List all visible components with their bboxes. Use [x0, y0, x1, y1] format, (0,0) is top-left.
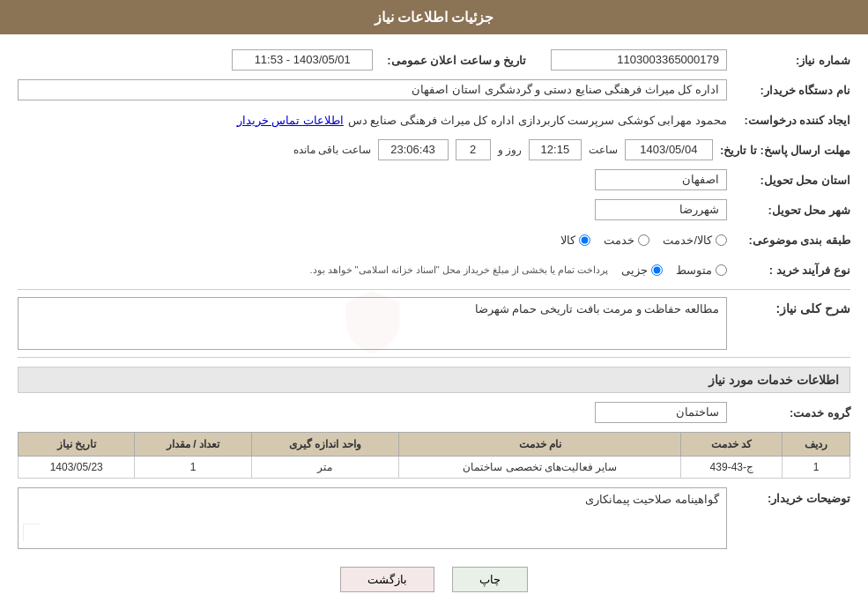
- order-number-value: 1103003365000179: [551, 49, 727, 71]
- delivery-city-value: شهررضا: [595, 199, 727, 220]
- purchase-type-radio-motavasset[interactable]: [716, 264, 727, 276]
- back-button[interactable]: بازگشت: [340, 567, 434, 592]
- service-group-row: گروه خدمت: ساختمان: [18, 400, 850, 425]
- cell-service-code: ج-43-439: [681, 457, 783, 479]
- category-label-kala: کالا: [560, 234, 575, 247]
- response-deadline-label: مهلت ارسال پاسخ: تا تاریخ:: [713, 144, 850, 157]
- purchase-type-label: نوع فرآیند خرید :: [727, 264, 850, 277]
- print-button[interactable]: چاپ: [452, 567, 528, 592]
- category-option-kala-khedmat[interactable]: کالا/خدمت: [663, 234, 727, 247]
- col-service-code: کد خدمت: [681, 433, 783, 457]
- delivery-province-row: استان محل تحویل: اصفهان: [18, 167, 850, 192]
- col-unit: واحد اندازه گیری: [251, 433, 399, 457]
- service-group-label: گروه خدمت:: [727, 406, 850, 420]
- requester-label: ایجاد کننده درخواست:: [727, 114, 850, 127]
- announcement-date-label: تاریخ و ساعت اعلان عمومی:: [380, 54, 526, 67]
- category-label-kala-khedmat: کالا/خدمت: [663, 234, 712, 247]
- response-deadline-row: مهلت ارسال پاسخ: تا تاریخ: 1403/05/04 سا…: [18, 137, 850, 162]
- cell-unit: متر: [251, 457, 399, 479]
- col-row-num: ردیف: [783, 433, 850, 457]
- purchase-type-radio-jozii[interactable]: [651, 264, 663, 276]
- requester-contact-link[interactable]: اطلاعات تماس خریدار: [237, 114, 344, 127]
- order-number-label: شماره نیاز:: [727, 54, 850, 67]
- buyer-notes-value: گواهینامه صلاحیت پیمانکاری: [585, 493, 719, 506]
- purchase-type-radio-group: متوسط جزیی: [621, 264, 727, 277]
- delivery-city-label: شهر محل تحویل:: [727, 204, 850, 217]
- purchase-type-label-motavasset: متوسط: [676, 264, 712, 277]
- page-title: جزئیات اطلاعات نیاز: [375, 10, 494, 25]
- cell-date: 1403/05/23: [19, 457, 135, 479]
- page-header: جزئیات اطلاعات نیاز: [0, 0, 868, 34]
- cell-row-num: 1: [783, 457, 850, 479]
- service-group-value: ساختمان: [595, 402, 727, 423]
- col-quantity: تعداد / مقدار: [135, 433, 251, 457]
- category-label: طبقه بندی موضوعی:: [727, 234, 850, 247]
- delivery-province-value: اصفهان: [595, 169, 727, 190]
- need-description-label: شرح کلی نیاز:: [727, 297, 850, 316]
- response-remaining: 23:06:43: [378, 139, 449, 160]
- response-date: 1403/05/04: [625, 139, 713, 160]
- category-label-khedmat: خدمت: [604, 234, 634, 247]
- buyer-org-value: اداره کل میراث فرهنگی صنایع دستی و گردشگ…: [18, 79, 727, 100]
- col-date: تاریخ نیاز: [19, 433, 135, 457]
- announcement-date-value: 1403/05/01 - 11:53: [232, 49, 373, 71]
- response-remaining-label: ساعت باقی مانده: [293, 144, 371, 156]
- cell-service-name: سایر فعالیت‌های تخصصی ساختمان: [399, 457, 681, 479]
- response-time: 12:15: [529, 139, 582, 160]
- buyer-org-row: نام دستگاه خریدار: اداره کل میراث فرهنگی…: [18, 78, 850, 102]
- category-radio-kala[interactable]: [579, 234, 590, 246]
- services-table: ردیف کد خدمت نام خدمت واحد اندازه گیری ت…: [18, 432, 850, 479]
- buyer-org-label: نام دستگاه خریدار:: [727, 84, 850, 97]
- category-row: طبقه بندی موضوعی: کالا/خدمت خدمت کالا: [18, 227, 850, 252]
- purchase-type-option-jozii[interactable]: جزیی: [621, 264, 663, 277]
- cell-quantity: 1: [135, 457, 251, 479]
- buyer-notes-row: توضیحات خریدار: گواهینامه صلاحیت پیمانکا…: [18, 487, 850, 549]
- need-description-row: شرح کلی نیاز: مطالعه حفاظت و مرمت بافت ت…: [18, 297, 850, 350]
- table-row: 1 ج-43-439 سایر فعالیت‌های تخصصی ساختمان…: [19, 457, 850, 479]
- buyer-notes-label: توضیحات خریدار:: [727, 487, 850, 505]
- services-section-title: اطلاعات خدمات مورد نیاز: [18, 367, 850, 393]
- requester-row: ایجاد کننده درخواست: محمود مهرابی کوشکی …: [18, 108, 850, 132]
- category-radio-group: کالا/خدمت خدمت کالا: [560, 234, 727, 247]
- category-radio-kala-khedmat[interactable]: [716, 234, 727, 246]
- order-number-row: شماره نیاز: 1103003365000179 تاریخ و ساع…: [18, 48, 850, 72]
- watermark-shield: [338, 287, 408, 360]
- response-day-label: روز و: [498, 144, 522, 156]
- category-option-khedmat[interactable]: خدمت: [604, 234, 649, 247]
- need-description-value: مطالعه حفاظت و مرمت بافت تاریخی حمام شهر…: [475, 302, 719, 345]
- purchase-type-label-jozii: جزیی: [621, 264, 648, 277]
- action-buttons: چاپ بازگشت: [18, 567, 850, 592]
- purchase-note: پرداخت تمام یا بخشی از مبلغ خریداز محل "…: [309, 264, 608, 276]
- requester-value: محمود مهرابی کوشکی سرپرست کاربردازی ادار…: [348, 114, 727, 127]
- response-days: 2: [456, 139, 491, 160]
- purchase-type-option-motavasset[interactable]: متوسط: [676, 264, 727, 277]
- delivery-province-label: استان محل تحویل:: [727, 174, 850, 187]
- category-radio-khedmat[interactable]: [638, 234, 649, 246]
- response-time-label: ساعت: [589, 144, 618, 156]
- delivery-city-row: شهر محل تحویل: شهررضا: [18, 197, 850, 222]
- watermark-corner: [23, 524, 41, 544]
- category-option-kala[interactable]: کالا: [560, 234, 590, 247]
- purchase-type-row: نوع فرآیند خرید : متوسط جزیی پرداخت تمام…: [18, 257, 850, 282]
- col-service-name: نام خدمت: [399, 433, 681, 457]
